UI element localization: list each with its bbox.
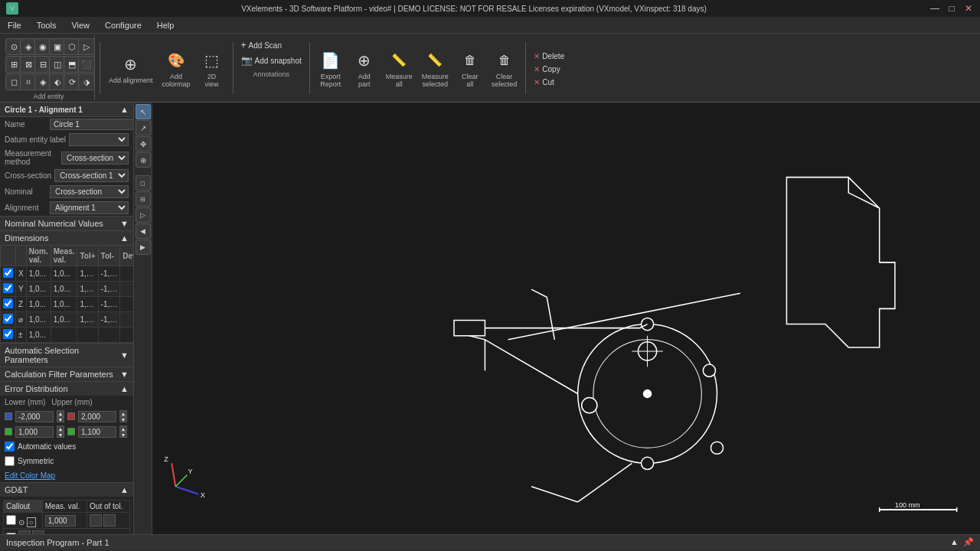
lower-pos-spin[interactable]: ▲ ▼: [57, 425, 64, 438]
vert-camera-btn[interactable]: ▷: [136, 207, 151, 223]
add-snapshot-button[interactable]: 📷 Add snapshot: [238, 54, 305, 67]
clear-selected-button[interactable]: 🗑 Clearselected: [488, 46, 521, 90]
alignment-label: Alignment: [5, 204, 47, 212]
vert-zoom-btn[interactable]: ⊕: [136, 152, 151, 168]
lower-neg-down[interactable]: ▼: [57, 416, 64, 422]
error-dist-header[interactable]: Error Distribution ▲: [0, 382, 133, 396]
lower-pos-down[interactable]: ▼: [57, 432, 64, 438]
copy-x-icon: ✕: [534, 65, 540, 73]
add-scan-icon: +: [241, 40, 247, 51]
nominal-values-header[interactable]: Nominal Numerical Values ▼: [0, 217, 133, 230]
dim-dev-Y: [120, 282, 134, 297]
vert-pan-btn[interactable]: ✥: [136, 136, 151, 152]
vert-next-btn[interactable]: ▶: [136, 240, 151, 255]
measure-selected-button[interactable]: 📏 Measureselected: [418, 46, 452, 90]
cut-label: Cut: [542, 78, 554, 86]
gdt-check2[interactable]: [6, 533, 16, 534]
automatic-values-checkbox[interactable]: [5, 442, 15, 452]
upper-neg-spin[interactable]: ▲ ▼: [119, 410, 127, 422]
panel-title-header[interactable]: Circle 1 - Alignment 1 ▲: [0, 103, 133, 116]
add-alignment-icon: ⊕: [119, 52, 143, 77]
calc-filter-header[interactable]: Calculation Filter Parameters ▼: [0, 367, 133, 381]
upper-pos-spin[interactable]: ▲ ▼: [119, 425, 127, 438]
lower-pos-up[interactable]: ▲: [57, 425, 64, 432]
dim-tolminus-X: -1,…: [98, 266, 120, 282]
menu-file[interactable]: File: [0, 19, 29, 31]
inspection-panel-pin-icon[interactable]: 📌: [963, 537, 974, 547]
menu-view[interactable]: View: [64, 19, 97, 31]
upper-pos-down[interactable]: ▼: [119, 432, 127, 438]
err-color-green2: [67, 428, 75, 435]
dim-check-±[interactable]: [1, 328, 16, 343]
lower-neg-spin[interactable]: ▲ ▼: [57, 410, 64, 422]
symmetric-label: Symmetric: [18, 457, 54, 465]
gdt-meas-input[interactable]: [45, 515, 76, 527]
add-part-button[interactable]: ⊕ Addpart: [348, 46, 381, 90]
upper-neg-input[interactable]: [78, 411, 116, 422]
gdt-check[interactable]: [6, 515, 16, 525]
lower-neg-up[interactable]: ▲: [57, 410, 64, 416]
cut-button[interactable]: ✕ Cut: [531, 77, 567, 88]
dim-tolplus-X: 1,…: [77, 266, 98, 282]
lower-pos-input[interactable]: [15, 426, 54, 438]
symmetric-checkbox[interactable]: [5, 456, 15, 466]
vert-section-btn[interactable]: ⊟: [136, 191, 151, 207]
auto-selection-header[interactable]: Automatic Selection Parameters ▼: [0, 344, 133, 367]
menu-configure[interactable]: Configure: [97, 19, 149, 31]
inspection-panel-up-icon[interactable]: ▲: [950, 537, 959, 547]
nominal-select[interactable]: Cross-section: [50, 185, 129, 198]
svg-rect-11: [454, 321, 485, 336]
dim-tolplus-⌀: 1,…: [77, 312, 98, 328]
delete-button[interactable]: ✕ Delete: [531, 51, 567, 62]
clear-all-button[interactable]: 🗑 Clearall: [454, 46, 486, 90]
auto-selection-icon: ▼: [120, 350, 129, 360]
close-button[interactable]: ✕: [963, 3, 974, 14]
add-colormap-button[interactable]: 🎨 Addcolormap: [158, 46, 194, 90]
maximize-button[interactable]: □: [946, 3, 957, 14]
dim-nom-Z: 1,0...: [26, 297, 51, 312]
svg-text:Y: Y: [188, 468, 192, 475]
add-alignment-button[interactable]: ⊕ Add alignment: [105, 50, 157, 86]
gdt-callout-cell: ⊙ ○: [4, 513, 43, 529]
add-scan-button[interactable]: + Add Scan: [238, 38, 305, 52]
dim-check-⌀[interactable]: [1, 312, 16, 328]
tool-btn-12[interactable]: ⬛: [78, 56, 95, 73]
upper-neg-up[interactable]: ▲: [119, 410, 127, 416]
measurement-select[interactable]: Cross-section: [61, 152, 129, 165]
dim-check-X[interactable]: [1, 266, 16, 282]
edit-color-map-link[interactable]: Edit Color Map: [5, 471, 55, 480]
upper-pos-input[interactable]: [78, 426, 116, 438]
cross-section-select[interactable]: Cross-section 1: [54, 169, 129, 182]
export-report-button[interactable]: 📄 ExportReport: [315, 46, 347, 90]
dim-tolminus-Y: -1,…: [98, 282, 120, 297]
menu-tools[interactable]: Tools: [29, 19, 64, 31]
dim-tolminus-±: [98, 328, 120, 343]
tool-btn-18[interactable]: ⬗: [78, 73, 95, 90]
menu-help[interactable]: Help: [149, 19, 182, 31]
upper-pos-up[interactable]: ▲: [119, 425, 127, 432]
svg-point-3: [644, 390, 652, 397]
copy-button[interactable]: ✕ Copy: [531, 64, 567, 75]
gdt-icon: ▲: [120, 485, 129, 494]
gdt-header[interactable]: GD&T ▲: [0, 483, 133, 497]
tool-btn-6[interactable]: ▷: [78, 38, 95, 55]
measure-all-button[interactable]: 📏 Measureall: [382, 46, 416, 90]
upper-neg-down[interactable]: ▼: [119, 416, 127, 422]
vert-select-btn[interactable]: ↖: [136, 104, 151, 119]
lower-neg-input[interactable]: [15, 411, 54, 422]
viewport[interactable]: Z X Y 100 mm: [152, 103, 980, 534]
vert-rotate-btn[interactable]: ↗: [136, 120, 151, 135]
vert-prev-btn[interactable]: ◀: [136, 223, 151, 239]
dim-axis-Z: Z: [16, 297, 27, 312]
err-color-red: [67, 412, 75, 420]
alignment-select[interactable]: Alignment 1: [50, 201, 129, 214]
minimize-button[interactable]: —: [929, 3, 940, 14]
dim-check-Y[interactable]: [1, 282, 16, 297]
2d-view-button[interactable]: ⬚ 2Dview: [196, 46, 228, 90]
dimensions-header[interactable]: Dimensions ▲: [0, 231, 133, 245]
datum-select[interactable]: [69, 133, 129, 146]
dim-check-Z[interactable]: [1, 297, 16, 312]
edit-group: ✕ Delete ✕ Copy ✕ Cut: [531, 47, 567, 88]
name-input[interactable]: [50, 119, 134, 130]
vert-fit-btn[interactable]: ◻: [136, 175, 151, 191]
